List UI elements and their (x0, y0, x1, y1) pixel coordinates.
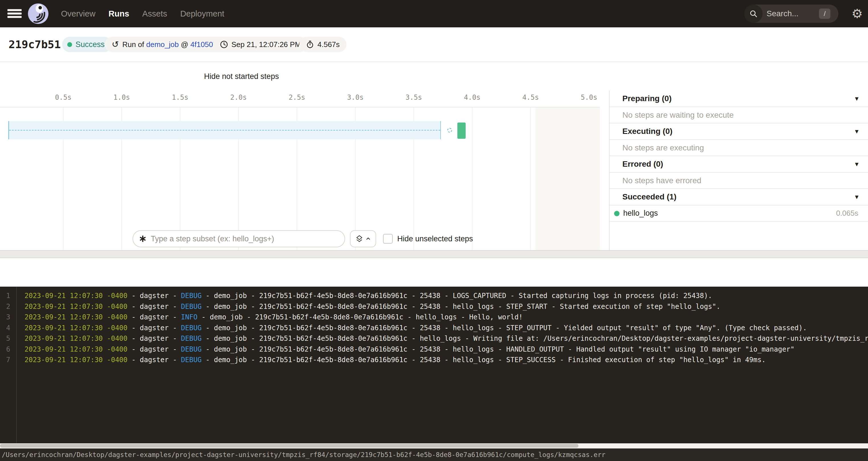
axis-tick-label: 4.0s (458, 93, 487, 101)
line-number: 2 (0, 301, 10, 312)
stopwatch-icon (306, 40, 314, 49)
log-line: 42023-09-21 12:07:30 -0400 - dagster - D… (0, 322, 868, 333)
op-selector-icon (139, 235, 147, 243)
section-header-executing[interactable]: Executing (0) ▾ (610, 123, 868, 140)
axis-tick-label: 5.0s (575, 93, 603, 101)
step-bar-hello-logs[interactable] (457, 123, 466, 139)
step-duration: 0.065s (836, 206, 858, 221)
status-dot (67, 42, 72, 47)
log-message: - demo_job - 219c7b51-b62f-4e5b-8de8-0e7… (202, 324, 807, 332)
time-axis: 0.5s 1.0s 1.5s 2.0s 2.5s 3.0s 3.5s 4.0s … (0, 91, 600, 107)
step-subset-input-wrapper (132, 230, 345, 247)
chevron-up-icon (366, 236, 371, 241)
log-level: DEBUG (181, 303, 202, 311)
run-header: 219c7b51 Success ↺ Run of demo_job @ 4f1… (0, 27, 868, 62)
section-header-succeeded[interactable]: Succeeded (1) ▾ (610, 189, 868, 206)
log-level: DEBUG (181, 292, 202, 300)
line-number: 6 (0, 344, 10, 355)
status-bar: /Users/erincochran/Desktop/dagster-examp… (0, 449, 868, 461)
run-id-title: 219c7b51 (8, 27, 61, 62)
nav-item-overview[interactable]: Overview (61, 9, 95, 19)
panel-resize-splitter[interactable] (0, 250, 868, 258)
log-message: - demo_job - 219c7b51-b62f-4e5b-8de8-0e7… (202, 345, 795, 353)
log-timestamp: 2023-09-21 12:07:30 -0400 (25, 303, 127, 311)
axis-tick-label: 3.5s (400, 93, 428, 101)
scrollbar-thumb[interactable] (0, 444, 579, 448)
run-status-badge: Success (62, 37, 112, 52)
section-caret-icon: ▾ (855, 91, 858, 106)
section-header-preparing[interactable]: Preparing (0) ▾ (610, 91, 868, 107)
log-message: - demo_job - 219c7b51-b62f-4e5b-8de8-0e7… (197, 313, 523, 321)
job-link[interactable]: demo_job (146, 40, 179, 49)
log-line: 32023-09-21 12:07:30 -0400 - dagster - I… (0, 312, 868, 322)
line-number: 7 (0, 355, 10, 365)
log-level: DEBUG (181, 356, 202, 364)
log-viewer[interactable]: 12023-09-21 12:07:30 -0400 - dagster - D… (0, 287, 868, 443)
axis-tick-label: 1.5s (166, 93, 194, 101)
log-timestamp: 2023-09-21 12:07:30 -0400 (25, 324, 127, 332)
search-box[interactable]: / (744, 5, 838, 23)
dagster-run-page: Overview Runs Assets Deployment / ⚙ 219c… (0, 0, 868, 461)
section-empty-text: No steps are executing (610, 140, 868, 156)
run-duration-tag: 4.567s (299, 37, 346, 52)
log-timestamp: 2023-09-21 12:07:30 -0400 (25, 335, 127, 342)
gantt-toolbar: Hide not started steps (0, 62, 868, 91)
axis-tick-label: 4.5s (516, 93, 545, 101)
axis-tick-label: 0.5s (49, 93, 78, 101)
run-of-text: Run of demo_job @ 4f105077 (122, 40, 221, 49)
graph-query-toggle-button[interactable] (350, 230, 376, 247)
section-caret-icon: ▾ (855, 123, 858, 139)
log-message: - demo_job - 219c7b51-b62f-4e5b-8de8-0e7… (202, 292, 712, 300)
after-run-end-shade (535, 107, 600, 250)
log-file-path: /Users/erincochran/Desktop/dagster-examp… (0, 449, 868, 461)
section-empty-text: No steps are waiting to execute (610, 107, 868, 123)
log-message: - demo_job - 219c7b51-b62f-4e5b-8de8-0e7… (202, 303, 720, 311)
log-line: 52023-09-21 12:07:30 -0400 - dagster - D… (0, 333, 868, 344)
axis-tick-label: 3.0s (341, 93, 370, 101)
axis-tick-label: 1.0s (107, 93, 136, 101)
nav-item-assets[interactable]: Assets (142, 9, 167, 19)
log-line: 22023-09-21 12:07:30 -0400 - dagster - D… (0, 301, 868, 312)
log-level: DEBUG (181, 324, 202, 332)
succeeded-step-row[interactable]: hello_logs 0.065s (610, 206, 868, 222)
step-name: hello_logs (623, 206, 658, 221)
search-input[interactable] (767, 5, 817, 23)
search-shortcut-badge: / (819, 8, 830, 19)
queue-marker-circle (447, 128, 452, 132)
section-caret-icon: ▾ (855, 156, 858, 172)
layers-icon (355, 235, 363, 243)
hamburger-menu-icon[interactable] (7, 9, 22, 18)
line-number: 3 (0, 312, 10, 322)
log-timestamp: 2023-09-21 12:07:30 -0400 (25, 292, 127, 300)
hide-not-started-label: Hide not started steps (204, 62, 279, 91)
search-icon (744, 5, 763, 23)
nav-item-runs[interactable]: Runs (108, 9, 129, 19)
log-level: DEBUG (181, 335, 202, 342)
section-caret-icon: ▾ (855, 189, 858, 205)
dagster-logo[interactable] (27, 3, 49, 25)
step-subset-input[interactable] (151, 235, 339, 243)
nav-links: Overview Runs Assets Deployment (61, 0, 224, 27)
log-message: - demo_job - 219c7b51-b62f-4e5b-8de8-0e7… (202, 356, 766, 364)
gantt-section: 0.5s 1.0s 1.5s 2.0s 2.5s 3.0s 3.5s 4.0s … (0, 91, 868, 250)
log-line: 72023-09-21 12:07:30 -0400 - dagster - D… (0, 355, 868, 365)
waiting-dashed-line (9, 130, 440, 130)
status-label: Success (75, 40, 104, 49)
step-status-dot (614, 211, 620, 216)
nav-item-deployment[interactable]: Deployment (180, 9, 224, 19)
line-number: 5 (0, 333, 10, 344)
horizontal-scrollbar[interactable] (0, 443, 868, 449)
log-message: - demo_job - 219c7b51-b62f-4e5b-8de8-0e7… (202, 335, 868, 342)
section-empty-text: No steps have errored (610, 173, 868, 189)
section-header-errored[interactable]: Errored (0) ▾ (610, 156, 868, 173)
line-number: 1 (0, 290, 10, 301)
log-timestamp: 2023-09-21 12:07:30 -0400 (25, 345, 127, 353)
axis-tick-label: 2.0s (224, 93, 253, 101)
run-of-tag: ↺ Run of demo_job @ 4f105077 (105, 37, 228, 52)
log-toolbar: stdout stderr (0, 258, 868, 287)
log-level: DEBUG (181, 345, 202, 353)
history-icon: ↺ (112, 40, 119, 49)
settings-gear-icon[interactable]: ⚙ (850, 6, 865, 22)
log-line: 62023-09-21 12:07:30 -0400 - dagster - D… (0, 344, 868, 355)
hide-unselected-checkbox[interactable] (383, 234, 393, 244)
